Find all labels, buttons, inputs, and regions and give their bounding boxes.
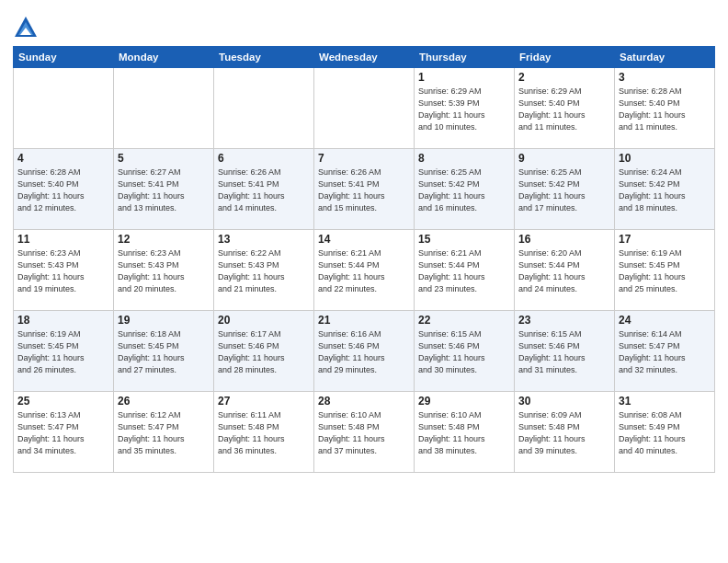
calendar-cell: 22Sunrise: 6:15 AM Sunset: 5:46 PM Dayli… xyxy=(415,311,515,392)
weekday-header-tuesday: Tuesday xyxy=(214,47,314,68)
cell-info: Sunrise: 6:23 AM Sunset: 5:43 PM Dayligh… xyxy=(118,247,210,295)
calendar-cell: 26Sunrise: 6:12 AM Sunset: 5:47 PM Dayli… xyxy=(114,392,214,473)
cell-info: Sunrise: 6:28 AM Sunset: 5:40 PM Dayligh… xyxy=(619,86,711,133)
day-number: 13 xyxy=(218,233,310,246)
logo-icon xyxy=(13,15,39,40)
calendar-cell: 1Sunrise: 6:29 AM Sunset: 5:39 PM Daylig… xyxy=(415,68,515,149)
calendar-cell: 27Sunrise: 6:11 AM Sunset: 5:48 PM Dayli… xyxy=(214,392,314,473)
cell-info: Sunrise: 6:29 AM Sunset: 5:40 PM Dayligh… xyxy=(518,86,610,133)
cell-info: Sunrise: 6:28 AM Sunset: 5:40 PM Dayligh… xyxy=(17,167,109,214)
calendar-cell: 5Sunrise: 6:27 AM Sunset: 5:41 PM Daylig… xyxy=(114,149,214,230)
day-number: 28 xyxy=(318,395,410,408)
cell-info: Sunrise: 6:26 AM Sunset: 5:41 PM Dayligh… xyxy=(218,167,310,214)
header xyxy=(13,11,715,40)
calendar-cell: 14Sunrise: 6:21 AM Sunset: 5:44 PM Dayli… xyxy=(314,230,415,311)
calendar-cell: 7Sunrise: 6:26 AM Sunset: 5:41 PM Daylig… xyxy=(314,149,415,230)
day-number: 29 xyxy=(418,395,510,408)
calendar-cell: 8Sunrise: 6:25 AM Sunset: 5:42 PM Daylig… xyxy=(415,149,515,230)
cell-info: Sunrise: 6:17 AM Sunset: 5:46 PM Dayligh… xyxy=(218,328,310,376)
day-number: 6 xyxy=(218,152,310,165)
day-number: 17 xyxy=(619,233,711,246)
calendar-cell: 24Sunrise: 6:14 AM Sunset: 5:47 PM Dayli… xyxy=(615,311,715,392)
cell-info: Sunrise: 6:09 AM Sunset: 5:48 PM Dayligh… xyxy=(518,409,610,457)
cell-info: Sunrise: 6:10 AM Sunset: 5:48 PM Dayligh… xyxy=(318,409,410,457)
cell-info: Sunrise: 6:29 AM Sunset: 5:39 PM Dayligh… xyxy=(418,86,510,133)
day-number: 19 xyxy=(118,314,210,327)
weekday-header-thursday: Thursday xyxy=(415,47,515,68)
day-number: 15 xyxy=(418,233,510,246)
weekday-header-wednesday: Wednesday xyxy=(314,47,415,68)
cell-info: Sunrise: 6:25 AM Sunset: 5:42 PM Dayligh… xyxy=(518,167,610,214)
calendar-cell: 19Sunrise: 6:18 AM Sunset: 5:45 PM Dayli… xyxy=(114,311,214,392)
calendar-cell: 30Sunrise: 6:09 AM Sunset: 5:48 PM Dayli… xyxy=(515,392,615,473)
calendar-cell: 11Sunrise: 6:23 AM Sunset: 5:43 PM Dayli… xyxy=(14,230,114,311)
day-number: 4 xyxy=(17,152,109,165)
logo xyxy=(13,15,42,40)
cell-info: Sunrise: 6:13 AM Sunset: 5:47 PM Dayligh… xyxy=(17,409,109,457)
calendar-cell: 10Sunrise: 6:24 AM Sunset: 5:42 PM Dayli… xyxy=(615,149,715,230)
week-row-0: 1Sunrise: 6:29 AM Sunset: 5:39 PM Daylig… xyxy=(14,68,715,149)
calendar-cell: 23Sunrise: 6:15 AM Sunset: 5:46 PM Dayli… xyxy=(515,311,615,392)
calendar-cell: 3Sunrise: 6:28 AM Sunset: 5:40 PM Daylig… xyxy=(615,68,715,149)
day-number: 11 xyxy=(17,233,109,246)
cell-info: Sunrise: 6:14 AM Sunset: 5:47 PM Dayligh… xyxy=(619,328,711,376)
day-number: 22 xyxy=(418,314,510,327)
week-row-2: 11Sunrise: 6:23 AM Sunset: 5:43 PM Dayli… xyxy=(14,230,715,311)
day-number: 8 xyxy=(418,152,510,165)
day-number: 1 xyxy=(418,71,510,84)
cell-info: Sunrise: 6:27 AM Sunset: 5:41 PM Dayligh… xyxy=(118,167,210,214)
weekday-header-friday: Friday xyxy=(515,47,615,68)
weekday-header-row: SundayMondayTuesdayWednesdayThursdayFrid… xyxy=(14,47,715,68)
cell-info: Sunrise: 6:11 AM Sunset: 5:48 PM Dayligh… xyxy=(218,409,310,457)
weekday-header-monday: Monday xyxy=(114,47,214,68)
calendar-cell xyxy=(314,68,415,149)
day-number: 5 xyxy=(118,152,210,165)
weekday-header-saturday: Saturday xyxy=(615,47,715,68)
cell-info: Sunrise: 6:20 AM Sunset: 5:44 PM Dayligh… xyxy=(518,247,610,295)
calendar-cell: 15Sunrise: 6:21 AM Sunset: 5:44 PM Dayli… xyxy=(415,230,515,311)
day-number: 7 xyxy=(318,152,410,165)
weekday-header-sunday: Sunday xyxy=(14,47,114,68)
calendar-table: SundayMondayTuesdayWednesdayThursdayFrid… xyxy=(13,46,715,473)
cell-info: Sunrise: 6:21 AM Sunset: 5:44 PM Dayligh… xyxy=(318,247,410,295)
calendar-cell: 20Sunrise: 6:17 AM Sunset: 5:46 PM Dayli… xyxy=(214,311,314,392)
day-number: 24 xyxy=(619,314,711,327)
calendar-cell: 9Sunrise: 6:25 AM Sunset: 5:42 PM Daylig… xyxy=(515,149,615,230)
day-number: 23 xyxy=(518,314,610,327)
week-row-1: 4Sunrise: 6:28 AM Sunset: 5:40 PM Daylig… xyxy=(14,149,715,230)
calendar-cell xyxy=(14,68,114,149)
week-row-3: 18Sunrise: 6:19 AM Sunset: 5:45 PM Dayli… xyxy=(14,311,715,392)
day-number: 10 xyxy=(619,152,711,165)
cell-info: Sunrise: 6:21 AM Sunset: 5:44 PM Dayligh… xyxy=(418,247,510,295)
day-number: 20 xyxy=(218,314,310,327)
day-number: 30 xyxy=(518,395,610,408)
calendar-cell: 31Sunrise: 6:08 AM Sunset: 5:49 PM Dayli… xyxy=(615,392,715,473)
cell-info: Sunrise: 6:22 AM Sunset: 5:43 PM Dayligh… xyxy=(218,247,310,295)
day-number: 3 xyxy=(619,71,711,84)
day-number: 27 xyxy=(218,395,310,408)
calendar-cell: 6Sunrise: 6:26 AM Sunset: 5:41 PM Daylig… xyxy=(214,149,314,230)
cell-info: Sunrise: 6:24 AM Sunset: 5:42 PM Dayligh… xyxy=(619,167,711,214)
cell-info: Sunrise: 6:15 AM Sunset: 5:46 PM Dayligh… xyxy=(518,328,610,376)
day-number: 9 xyxy=(518,152,610,165)
cell-info: Sunrise: 6:18 AM Sunset: 5:45 PM Dayligh… xyxy=(118,328,210,376)
day-number: 31 xyxy=(619,395,711,408)
calendar-cell: 2Sunrise: 6:29 AM Sunset: 5:40 PM Daylig… xyxy=(515,68,615,149)
cell-info: Sunrise: 6:19 AM Sunset: 5:45 PM Dayligh… xyxy=(17,328,109,376)
week-row-4: 25Sunrise: 6:13 AM Sunset: 5:47 PM Dayli… xyxy=(14,392,715,473)
calendar-cell: 18Sunrise: 6:19 AM Sunset: 5:45 PM Dayli… xyxy=(14,311,114,392)
day-number: 18 xyxy=(17,314,109,327)
calendar-cell: 29Sunrise: 6:10 AM Sunset: 5:48 PM Dayli… xyxy=(415,392,515,473)
cell-info: Sunrise: 6:16 AM Sunset: 5:46 PM Dayligh… xyxy=(318,328,410,376)
calendar-cell: 16Sunrise: 6:20 AM Sunset: 5:44 PM Dayli… xyxy=(515,230,615,311)
calendar-cell: 12Sunrise: 6:23 AM Sunset: 5:43 PM Dayli… xyxy=(114,230,214,311)
calendar-cell: 4Sunrise: 6:28 AM Sunset: 5:40 PM Daylig… xyxy=(14,149,114,230)
cell-info: Sunrise: 6:15 AM Sunset: 5:46 PM Dayligh… xyxy=(418,328,510,376)
calendar-cell: 28Sunrise: 6:10 AM Sunset: 5:48 PM Dayli… xyxy=(314,392,415,473)
calendar-cell: 25Sunrise: 6:13 AM Sunset: 5:47 PM Dayli… xyxy=(14,392,114,473)
day-number: 16 xyxy=(518,233,610,246)
day-number: 12 xyxy=(118,233,210,246)
calendar-cell: 17Sunrise: 6:19 AM Sunset: 5:45 PM Dayli… xyxy=(615,230,715,311)
cell-info: Sunrise: 6:19 AM Sunset: 5:45 PM Dayligh… xyxy=(619,247,711,295)
day-number: 21 xyxy=(318,314,410,327)
